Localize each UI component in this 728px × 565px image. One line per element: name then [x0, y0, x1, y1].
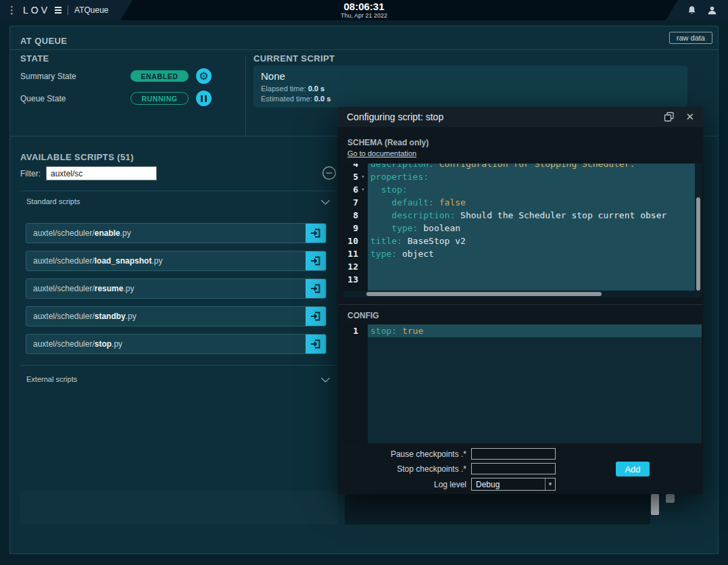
schema-horizontal-scrollbar[interactable] — [343, 291, 695, 297]
logo-divider — [68, 5, 68, 15]
scrollbar-thumb[interactable] — [366, 292, 602, 296]
script-row[interactable]: auxtel/scheduler/load_snapshot.py — [26, 251, 326, 271]
script-path: auxtel/scheduler/enable.py — [26, 228, 131, 238]
log-level-row: Log level Debug ▼ — [343, 478, 556, 491]
app-name: ATQueue — [74, 5, 108, 15]
state-divider — [245, 56, 246, 136]
pause-checkpoints-label: Pause checkpoints .* — [343, 449, 471, 459]
background-panel — [20, 491, 338, 524]
raw-data-button[interactable]: raw data — [669, 32, 712, 44]
code-line: 13 — [343, 273, 695, 286]
summary-state-row: Summary State ENABLED ⚙ — [20, 68, 223, 84]
current-script-name: None — [261, 70, 680, 82]
external-scripts-toggle[interactable] — [318, 374, 332, 385]
summary-state-label: Summary State — [20, 72, 130, 81]
script-row[interactable]: auxtel/scheduler/resume.py — [26, 278, 326, 299]
script-row[interactable]: auxtel/scheduler/standby.py — [26, 306, 326, 326]
pause-icon — [201, 95, 207, 102]
code-line: 12 — [343, 260, 695, 273]
stop-checkpoints-input[interactable] — [471, 463, 556, 474]
config-heading: CONFIG — [347, 311, 379, 320]
available-scripts-title: AVAILABLE SCRIPTS (51) — [20, 152, 134, 162]
scrollbar-thumb[interactable] — [696, 197, 700, 291]
launch-script-icon — [310, 339, 321, 349]
page-title: AT QUEUE — [20, 36, 67, 46]
launch-script-icon — [310, 311, 321, 322]
chevron-down-icon: ▼ — [545, 478, 555, 490]
stop-checkpoints-label: Stop checkpoints .* — [343, 464, 471, 474]
code-line: 8 description: Should the Scheduler stop… — [343, 209, 695, 222]
log-level-select[interactable]: Debug ▼ — [471, 478, 556, 491]
scrollbar-thumb[interactable] — [651, 494, 659, 515]
configure-script-modal: Configuring script: stop ✕ SCHEMA (Read … — [338, 107, 703, 494]
script-path: auxtel/scheduler/resume.py — [26, 284, 134, 293]
add-button[interactable]: Add — [616, 462, 650, 476]
modal-divider — [338, 304, 703, 305]
estimated-time: Estimated time:0.0 s — [261, 94, 680, 104]
collapse-all-button[interactable] — [321, 165, 337, 181]
standard-scripts-label: Standard scripts — [26, 197, 80, 205]
scrollbar-thumb[interactable] — [666, 494, 675, 503]
code-line: 7 default: false — [343, 196, 695, 209]
launch-script-button[interactable] — [306, 224, 326, 243]
user-icon[interactable] — [707, 5, 717, 16]
copy-button[interactable] — [664, 112, 675, 122]
launch-script-button[interactable] — [306, 251, 326, 270]
header-divider — [10, 49, 718, 50]
close-icon[interactable]: ✕ — [685, 111, 694, 123]
schema-vertical-scrollbar[interactable] — [695, 164, 702, 297]
pause-checkpoints-row: Pause checkpoints .* — [343, 448, 556, 460]
launch-script-icon — [310, 255, 321, 266]
log-level-value: Debug — [472, 480, 545, 489]
config-editor[interactable]: 1stop: true — [343, 324, 702, 443]
queue-state-label: Queue State — [20, 94, 130, 103]
modal-header: Configuring script: stop ✕ — [338, 107, 703, 127]
state-title: STATE — [20, 53, 49, 64]
queue-state-badge: RUNNING — [130, 92, 189, 105]
minus-circle-icon — [322, 166, 337, 180]
gear-icon: ⚙ — [199, 71, 208, 82]
elapsed-time: Elapsed time:0.0 s — [261, 84, 680, 94]
chevron-down-icon — [320, 377, 331, 383]
schema-heading: SCHEMA (Read only) — [347, 138, 429, 147]
script-path: auxtel/scheduler/standby.py — [26, 312, 137, 321]
config-code-lines: 1stop: true — [343, 324, 702, 337]
script-path: auxtel/scheduler/load_snapshot.py — [26, 256, 162, 266]
modal-title: Configuring script: stop — [347, 112, 443, 122]
launch-script-icon — [310, 228, 321, 239]
documentation-link[interactable]: Go to documentation — [347, 149, 416, 157]
code-line: 6▾ stop: — [343, 183, 695, 196]
launch-script-button[interactable] — [306, 307, 326, 326]
launch-script-icon — [310, 283, 321, 294]
launch-script-button[interactable] — [306, 335, 326, 353]
code-line: 5▾properties: — [343, 170, 695, 183]
notifications-bell-icon[interactable] — [687, 5, 697, 16]
script-path: auxtel/scheduler/stop.py — [26, 339, 122, 349]
code-line: 4description: Configuration for Stopping… — [343, 164, 695, 170]
logo: LOV — [23, 5, 50, 16]
summary-state-settings-button[interactable]: ⚙ — [196, 68, 212, 84]
pause-checkpoints-input[interactable] — [471, 448, 556, 460]
script-row[interactable]: auxtel/scheduler/stop.py — [26, 334, 326, 354]
filter-label: Filter: — [20, 169, 41, 178]
filter-input[interactable] — [46, 166, 157, 180]
launch-script-button[interactable] — [306, 279, 326, 298]
current-script-card: None Elapsed time:0.0 s Estimated time:0… — [253, 66, 687, 107]
script-row[interactable]: auxtel/scheduler/enable.py — [26, 223, 326, 243]
schema-editor[interactable]: 4description: Configuration for Stopping… — [343, 164, 695, 291]
queue-state-row: Queue State RUNNING — [20, 91, 223, 106]
code-line: 1stop: true — [343, 324, 702, 337]
code-line: 11type: object — [343, 247, 695, 260]
code-line: 9 type: boolean — [343, 222, 695, 235]
top-bar: 08:06:31 Thu, Apr 21 2022 ⋮ LOV ATQueue — [0, 0, 728, 20]
filter-divider — [20, 191, 336, 191]
standard-scripts-toggle[interactable] — [318, 197, 332, 207]
chevron-down-icon — [320, 199, 331, 205]
topbar-left: ⋮ LOV ATQueue — [0, 0, 132, 20]
menu-icon[interactable]: ⋮ — [7, 4, 17, 16]
logo-e-icon — [55, 7, 62, 14]
current-script-title: CURRENT SCRIPT — [253, 53, 335, 64]
external-scripts-label: External scripts — [26, 375, 77, 383]
pause-queue-button[interactable] — [196, 91, 212, 106]
topbar-right — [663, 0, 728, 20]
